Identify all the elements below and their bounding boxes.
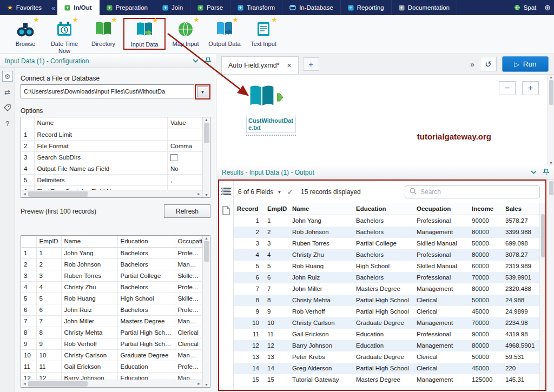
preview-row[interactable]: 55Rob HuangHigh SchoolSkilled Manual <box>21 293 202 304</box>
options-row[interactable]: 4Output File Name as FieldNo <box>21 163 202 174</box>
results-column-header[interactable]: Name <box>289 203 353 215</box>
run-button[interactable]: ▷ Run <box>502 56 549 72</box>
new-tab-button[interactable]: + <box>303 57 319 71</box>
results-column-header[interactable]: Education <box>353 203 413 215</box>
results-row[interactable]: 1010Christy CarlsonGraduate DegreeManage… <box>234 317 539 329</box>
options-row[interactable]: 2File FormatComma <box>21 140 202 151</box>
preview-row[interactable]: 66John RuizBachelorsProfessional <box>21 304 202 315</box>
preview-row[interactable]: 11John YangBachelorsProfessional <box>21 247 202 258</box>
options-horizontal-scrollbar[interactable]: ◄► <box>21 190 202 197</box>
results-row[interactable]: 66John RuizBachelorsProfessional70000539… <box>234 272 539 283</box>
zoom-in-button[interactable]: + <box>522 81 539 95</box>
results-column-header[interactable]: Occupation <box>413 203 469 215</box>
tool-browse[interactable]: ★Browse <box>6 18 44 49</box>
preview-row[interactable]: 1010Christy CarlsonGraduate DegreeManage… <box>21 349 202 361</box>
ribbon-tab-spat[interactable]: Spat <box>507 0 544 15</box>
options-row[interactable]: 5Delimiters, <box>21 174 202 185</box>
preview-column-header[interactable] <box>21 236 36 247</box>
file-dropdown-button[interactable]: ▼ <box>197 87 208 97</box>
tag-icon[interactable] <box>2 102 13 113</box>
file-path-input[interactable] <box>21 84 194 98</box>
tab-overflow-icon[interactable]: » <box>470 60 474 69</box>
results-row[interactable]: 1414Greg AldersonPartial High SchoolCler… <box>234 363 539 374</box>
fields-dropdown[interactable]: 6 of 6 Fields ▼ <box>238 188 281 196</box>
ribbon-tab-favorites[interactable]: ★Favorites <box>0 0 49 15</box>
tool-date-time-now[interactable]: ★Date Time Now <box>45 18 83 56</box>
zoom-out-button[interactable]: − <box>499 81 516 95</box>
search-subdirs-checkbox[interactable] <box>170 154 177 161</box>
record-page-icon[interactable] <box>222 206 230 217</box>
results-row[interactable]: 55Rob HuangHigh SchoolSkilled Manual6000… <box>234 261 539 272</box>
tool-input-data[interactable]: ★Input Data <box>123 18 166 50</box>
ribbon-tab-join[interactable]: Join <box>155 0 190 15</box>
options-row[interactable]: 1Record Limit <box>21 129 202 140</box>
gear-icon[interactable]: ⚙ <box>2 71 13 82</box>
checkmark-icon[interactable]: ✓ <box>287 188 293 196</box>
ribbon-tab-documentation[interactable]: Documentation <box>392 0 457 15</box>
tool-annotation[interactable]: CustWithoutDate.txt <box>246 116 296 133</box>
search-input[interactable] <box>420 188 535 196</box>
results-row[interactable]: 88Christy MehtaPartial High SchoolCleric… <box>234 295 539 306</box>
preview-row[interactable]: 88Christy MehtaPartial High SchoolCleric… <box>21 327 202 338</box>
preview-column-header[interactable]: EmpID <box>36 236 61 247</box>
preview-row[interactable]: 99Rob VerhoffPartial High SchoolClerical <box>21 338 202 349</box>
results-row[interactable]: 99Rob VerhoffPartial High SchoolClerical… <box>234 306 539 317</box>
chevron-down-icon[interactable] <box>193 59 199 63</box>
tool-map-input[interactable]: ★Map Input <box>167 18 205 49</box>
results-column-header[interactable]: EmpID <box>264 203 289 215</box>
preview-row[interactable]: 1111Gail EricksonEducationProfessional <box>21 361 202 372</box>
workflow-tab[interactable]: Auto Field.yxmd* × <box>221 56 299 74</box>
results-row[interactable]: 11John YangBachelorsProfessional90000357… <box>234 215 539 227</box>
preview-row[interactable]: 22Rob JohnsonBachelorsManagement <box>21 258 202 270</box>
results-column-header[interactable]: Record <box>234 203 264 215</box>
refresh-button[interactable]: Refresh <box>164 204 210 218</box>
results-row[interactable]: 22Rob JohnsonBachelorsManagement80000339… <box>234 227 539 238</box>
workflow-canvas[interactable]: CustWithoutDate.txt − + tutorialgateway.… <box>217 75 548 165</box>
tool-text-input[interactable]: ★Text Input <box>245 18 282 49</box>
options-row[interactable]: 3Search SubDirs <box>21 151 202 163</box>
results-column-header[interactable]: Income <box>469 203 502 215</box>
tool-directory[interactable]: ★Directory <box>84 18 122 49</box>
preview-vertical-scrollbar[interactable]: ▲▼ <box>202 236 210 387</box>
results-row[interactable]: 77John MillerMasters DegreeManagement800… <box>234 283 539 295</box>
ribbon-overflow-icon[interactable]: ⊕ <box>543 0 554 15</box>
help-icon[interactable]: ? <box>2 118 13 129</box>
preview-row[interactable]: 44Christy ZhuBachelorsProfessional <box>21 281 202 293</box>
input-data-tool-node[interactable]: CustWithoutDate.txt <box>246 81 298 136</box>
results-column-header[interactable]: Sales <box>502 203 539 215</box>
close-icon[interactable]: × <box>287 61 291 70</box>
canvas-vertical-scrollbar[interactable]: ▲▼ <box>548 75 554 165</box>
ribbon-tab-reporting[interactable]: Reporting <box>341 0 392 15</box>
results-row[interactable]: 1212Barry JohnsonEducationManagement8000… <box>234 340 539 351</box>
results-row[interactable]: 33Ruben TorresPartial CollegeSkilled Man… <box>234 238 539 249</box>
results-row[interactable]: 1515Tutorial GatewayMasters DegreeManage… <box>234 374 539 386</box>
workflow-arrows-icon[interactable]: ⇄ <box>2 87 13 97</box>
options-vertical-scrollbar[interactable]: ▲▼ <box>202 117 210 197</box>
history-button[interactable]: ↺ <box>480 57 497 71</box>
ribbon-tab-in-out[interactable]: In/Out <box>57 0 99 15</box>
output-anchor-icon[interactable] <box>277 92 283 104</box>
preview-row[interactable]: 33Ruben TorresPartial CollegeSkilled Man… <box>21 270 202 281</box>
preview-column-header[interactable]: Education <box>117 236 175 247</box>
options-col-name[interactable]: Name <box>34 117 168 129</box>
collapse-chevron-icon[interactable]: « <box>49 0 57 15</box>
chevron-down-icon[interactable] <box>531 170 537 174</box>
results-row[interactable]: 44Christy ZhuBachelorsProfessional800003… <box>234 249 539 261</box>
pin-icon[interactable] <box>205 57 211 64</box>
ribbon-tab-preparation[interactable]: Preparation <box>100 0 155 15</box>
ribbon-tab-parse[interactable]: Parse <box>190 0 230 15</box>
ribbon-tab-in-database[interactable]: In-Database <box>282 0 341 15</box>
pin-icon[interactable] <box>543 169 549 176</box>
results-outer-scrollbar[interactable] <box>548 180 554 392</box>
preview-horizontal-scrollbar[interactable]: ◄► <box>21 380 202 387</box>
results-table-scrollbar[interactable] <box>539 203 545 390</box>
results-row[interactable]: 1111Gail EricksonEducationProfessional90… <box>234 329 539 340</box>
ribbon-tab-transform[interactable]: Transform <box>230 0 282 15</box>
preview-column-header[interactable]: Name <box>61 236 117 247</box>
results-row[interactable]: 1313Peter KrebsGraduate DegreeClerical50… <box>234 351 539 363</box>
tool-output-data[interactable]: ★Output Data <box>206 18 243 49</box>
preview-column-header[interactable]: Occupation <box>175 236 202 247</box>
options-col-value[interactable]: Value <box>168 117 202 129</box>
row-view-icon[interactable] <box>221 187 231 197</box>
preview-row[interactable]: 77John MillerMasters DegreeManagement <box>21 315 202 327</box>
